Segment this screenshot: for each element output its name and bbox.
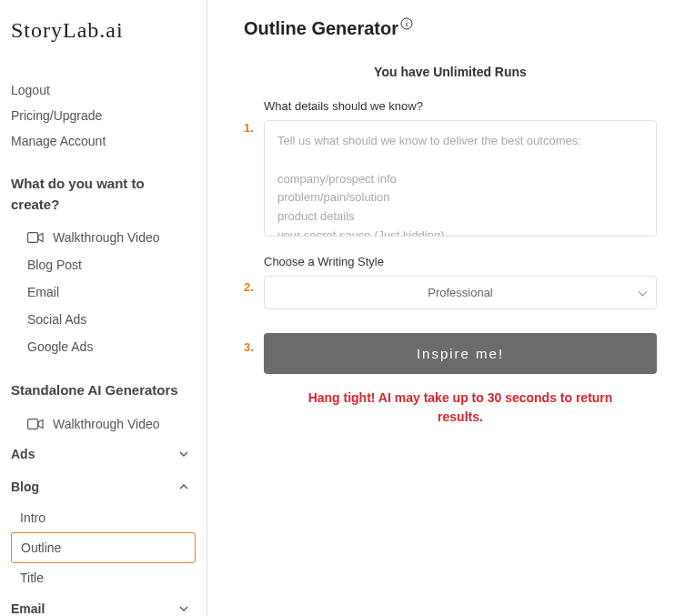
section-standalone-title: Standalone AI Generators [11,380,196,401]
blog-outline[interactable]: Outline [11,532,196,563]
section-create-title: What do you want to create? [11,174,196,215]
svg-rect-1 [28,419,38,429]
nav-blog-post[interactable]: Blog Post [11,251,196,278]
step-number-3: 3. [244,333,264,354]
wait-message: Hang tight! AI may take up to 30 seconds… [264,389,657,427]
runs-subtitle: You have Unlimited Runs [244,65,657,79]
chevron-down-icon [177,448,190,460]
group-blog[interactable]: Blog [11,470,196,503]
blog-title[interactable]: Title [11,563,196,592]
svg-rect-0 [28,233,38,243]
step-number-1: 1. [244,99,264,135]
blog-intro[interactable]: Intro [11,503,196,532]
chevron-down-icon [177,602,190,615]
main-content: Outline Generator You have Unlimited Run… [207,0,675,616]
nav-social-ads[interactable]: Social Ads [11,306,196,333]
writing-style-select[interactable]: Professional [264,276,657,309]
nav-walkthrough-label: Walkthrough Video [53,230,160,245]
nav-manage-account[interactable]: Manage Account [11,128,196,154]
logo: StoryLab.ai [11,18,196,43]
details-textarea[interactable] [264,120,657,237]
step-number-2: 2. [244,255,264,294]
inspire-me-button[interactable]: Inspire me! [264,333,657,374]
style-label: Choose a Writing Style [264,255,657,268]
nav-google-ads[interactable]: Google Ads [11,333,196,360]
nav-standalone-walkthrough[interactable]: Walkthrough Video [11,410,196,438]
details-label: What details should we know? [264,99,657,113]
nav-email[interactable]: Email [11,278,196,306]
page-title: Outline Generator [244,18,398,39]
svg-point-3 [406,20,407,21]
info-icon[interactable] [400,17,413,30]
nav-pricing-upgrade[interactable]: Pricing/Upgrade [11,103,196,128]
group-ads[interactable]: Ads [11,438,196,470]
nav-logout[interactable]: Logout [11,77,196,103]
nav-walkthrough-video[interactable]: Walkthrough Video [11,224,196,251]
chevron-up-icon [177,480,190,493]
sidebar: StoryLab.ai Logout Pricing/Upgrade Manag… [0,0,207,616]
nav-standalone-walkthrough-label: Walkthrough Video [53,417,160,431]
video-camera-icon [27,232,44,243]
group-email[interactable]: Email [11,592,196,617]
video-camera-icon [27,419,44,429]
